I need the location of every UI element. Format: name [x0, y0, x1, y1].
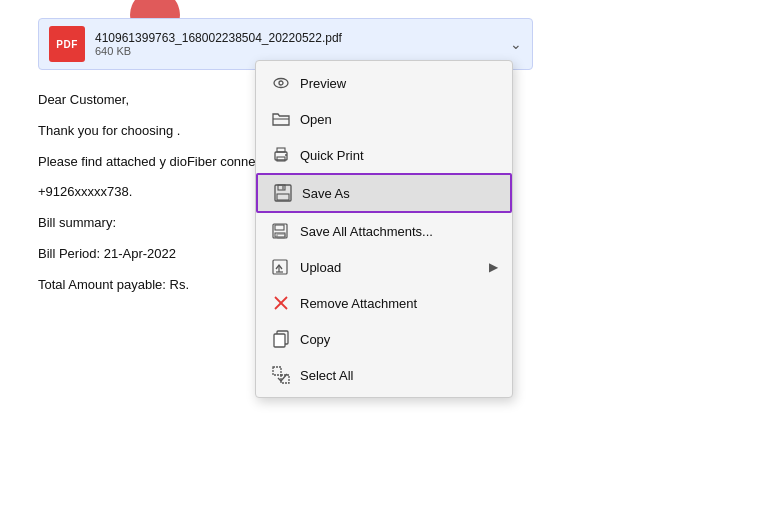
eye-icon [270, 72, 292, 94]
menu-item-preview[interactable]: Preview [256, 65, 512, 101]
pdf-icon: PDF [49, 26, 85, 62]
menu-item-select-all[interactable]: Select All [256, 357, 512, 393]
svg-rect-21 [273, 367, 281, 375]
context-menu: Preview Open Quick Print [255, 60, 513, 398]
menu-label-open: Open [300, 112, 332, 127]
folder-open-icon [270, 108, 292, 130]
submenu-arrow-icon: ▶ [489, 260, 498, 274]
menu-label-save-all: Save All Attachments... [300, 224, 433, 239]
menu-item-save-all[interactable]: Save All Attachments... [256, 213, 512, 249]
menu-item-remove[interactable]: Remove Attachment [256, 285, 512, 321]
svg-rect-11 [275, 225, 284, 230]
copy-icon [270, 328, 292, 350]
menu-label-preview: Preview [300, 76, 346, 91]
select-all-icon [270, 364, 292, 386]
save-all-icon [270, 220, 292, 242]
menu-item-save-as[interactable]: Save As [256, 173, 512, 213]
menu-item-upload[interactable]: Upload ▶ [256, 249, 512, 285]
attachment-info: 410961399763_168002238504_20220522.pdf 6… [95, 31, 510, 57]
menu-label-select-all: Select All [300, 368, 353, 383]
svg-point-5 [285, 154, 287, 156]
svg-rect-7 [278, 185, 285, 190]
attachment-filename: 410961399763_168002238504_20220522.pdf [95, 31, 510, 45]
pdf-label: PDF [56, 39, 78, 50]
upload-icon [270, 256, 292, 278]
menu-label-remove: Remove Attachment [300, 296, 417, 311]
email-background: PDF 410961399763_168002238504_20220522.p… [0, 0, 782, 506]
email-line2-prefix: Please find attached y [38, 154, 166, 169]
print-icon [270, 144, 292, 166]
menu-item-open[interactable]: Open [256, 101, 512, 137]
menu-label-copy: Copy [300, 332, 330, 347]
svg-point-0 [274, 79, 288, 88]
svg-rect-8 [277, 194, 289, 200]
svg-point-1 [279, 81, 283, 85]
save-as-icon [272, 182, 294, 204]
attachment-size: 640 KB [95, 45, 510, 57]
menu-item-quick-print[interactable]: Quick Print [256, 137, 512, 173]
remove-icon [270, 292, 292, 314]
menu-item-copy[interactable]: Copy [256, 321, 512, 357]
svg-rect-20 [274, 334, 285, 347]
menu-label-quick-print: Quick Print [300, 148, 364, 163]
menu-label-save-as: Save As [302, 186, 350, 201]
attachment-chevron-icon[interactable]: ⌄ [510, 36, 522, 52]
menu-label-upload: Upload [300, 260, 341, 275]
